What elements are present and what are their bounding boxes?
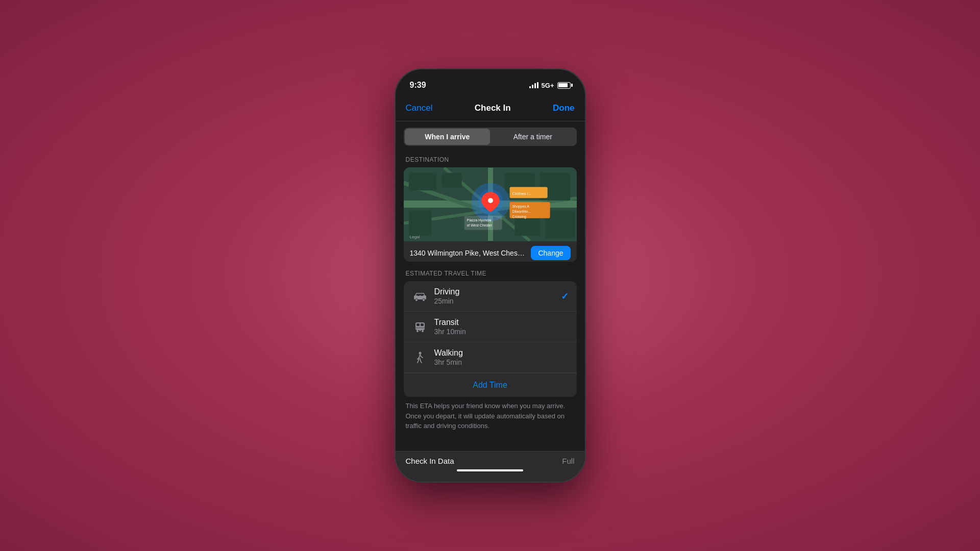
nav-bar: Cancel Check In Done — [396, 95, 585, 121]
svg-rect-34 — [421, 323, 424, 326]
content-area: DESTINATION — [396, 152, 585, 451]
volume-down-button[interactable] — [395, 159, 396, 192]
walking-option[interactable]: Walking 3hr 5min — [404, 342, 577, 373]
map-container[interactable]: Clothes l... Shoppes A Dilworthto... Cro… — [404, 167, 577, 262]
svg-text:Piazza Hyundai: Piazza Hyundai — [467, 218, 491, 222]
driving-checkmark: ✓ — [561, 291, 569, 302]
travel-options-list: Driving 25min ✓ — [404, 281, 577, 397]
driving-mode-label: Driving — [434, 287, 561, 296]
check-in-data-value: Full — [562, 457, 574, 465]
svg-rect-33 — [416, 323, 420, 326]
travel-section: ESTIMATED TRAVEL TIME — [396, 270, 585, 397]
signal-icon — [529, 82, 538, 88]
transit-option[interactable]: Transit 3hr 10min — [404, 312, 577, 342]
walking-info: Walking 3hr 5min — [434, 348, 569, 366]
svg-point-37 — [422, 330, 424, 332]
status-bar: 9:39 5G+ — [396, 69, 585, 95]
check-in-data-row: Check In Data Full — [406, 457, 575, 465]
svg-text:Shoppes A: Shoppes A — [512, 205, 529, 209]
segment-when-i-arrive[interactable]: When I arrive — [405, 129, 491, 145]
add-time-button[interactable]: Add Time — [473, 381, 507, 390]
svg-rect-35 — [415, 327, 425, 329]
driving-icon — [412, 288, 428, 305]
check-in-data-label: Check In Data — [406, 457, 454, 465]
svg-rect-6 — [408, 173, 436, 191]
map-svg: Clothes l... Shoppes A Dilworthto... Cro… — [404, 167, 577, 241]
driving-time: 25min — [434, 297, 561, 305]
svg-rect-38 — [420, 330, 421, 331]
bottom-bar: Check In Data Full — [396, 451, 585, 482]
svg-text:Legal: Legal — [409, 235, 420, 239]
driving-option[interactable]: Driving 25min ✓ — [404, 281, 577, 312]
segment-control: When I arrive After a timer — [404, 128, 577, 146]
walking-time: 3hr 5min — [434, 358, 569, 366]
power-button[interactable] — [585, 159, 586, 205]
svg-text:Clothes l...: Clothes l... — [512, 191, 531, 196]
driving-info: Driving 25min — [434, 287, 561, 305]
map-address-bar: 1340 Wilmington Pike, West Chester,... C… — [404, 241, 577, 262]
svg-rect-7 — [442, 173, 462, 188]
destination-section: DESTINATION — [396, 156, 585, 262]
svg-rect-30 — [417, 294, 420, 296]
page-title: Check In — [475, 103, 511, 113]
transit-icon — [412, 319, 428, 335]
battery-icon — [557, 82, 571, 89]
svg-point-28 — [415, 298, 418, 301]
segment-container: When I arrive After a timer — [396, 121, 585, 152]
svg-point-36 — [416, 330, 419, 332]
info-text: This ETA helps your friend know when you… — [406, 401, 575, 431]
segment-after-timer[interactable]: After a timer — [490, 129, 576, 145]
done-button[interactable]: Done — [553, 103, 575, 113]
svg-rect-31 — [421, 294, 423, 296]
phone-frame: 9:39 5G+ Cancel Check In Done — [395, 68, 586, 483]
home-indicator — [457, 469, 523, 471]
walking-icon — [412, 349, 428, 366]
transit-mode-label: Transit — [434, 318, 569, 327]
network-type: 5G+ — [542, 82, 554, 89]
status-icons: 5G+ — [529, 82, 571, 89]
svg-point-16 — [488, 198, 493, 203]
svg-rect-8 — [408, 211, 431, 236]
svg-point-39 — [419, 352, 421, 354]
cancel-button[interactable]: Cancel — [406, 103, 433, 113]
add-time-row[interactable]: Add Time — [404, 373, 577, 397]
battery-fill — [558, 83, 568, 87]
info-section: This ETA helps your friend know when you… — [396, 401, 585, 431]
svg-text:of West Chester: of West Chester — [467, 223, 492, 227]
destination-address: 1340 Wilmington Pike, West Chester,... — [410, 249, 526, 257]
svg-text:Crossing: Crossing — [512, 215, 526, 219]
change-destination-button[interactable]: Change — [531, 246, 570, 260]
transit-time: 3hr 10min — [434, 328, 569, 336]
walking-mode-label: Walking — [434, 348, 569, 358]
svg-point-29 — [422, 298, 425, 301]
transit-info: Transit 3hr 10min — [434, 318, 569, 336]
svg-text:Dilworthto...: Dilworthto... — [512, 210, 531, 213]
volume-up-button[interactable] — [395, 197, 396, 230]
travel-label: ESTIMATED TRAVEL TIME — [404, 270, 577, 277]
map-view[interactable]: Clothes l... Shoppes A Dilworthto... Cro… — [404, 167, 577, 241]
destination-label: DESTINATION — [404, 156, 577, 163]
phone-screen: 9:39 5G+ Cancel Check In Done — [396, 69, 585, 482]
status-time: 9:39 — [410, 81, 426, 90]
